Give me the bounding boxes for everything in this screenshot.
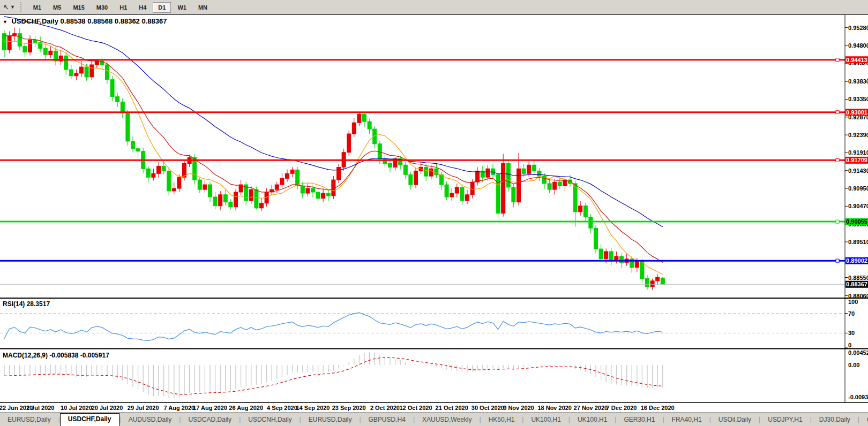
candle <box>95 61 99 65</box>
timeframe-button-MN[interactable]: MN <box>193 2 213 13</box>
svg-text:0.93001: 0.93001 <box>846 109 867 116</box>
candle <box>23 46 27 52</box>
price-axis-label: 0.89510 <box>848 239 868 245</box>
date-axis-label: 26 Aug 2020 <box>229 405 263 411</box>
tab-uk100-h1[interactable]: UK100,H1 <box>570 414 615 425</box>
tab-gbpusd-h4[interactable]: GBPUSD,H4 <box>361 414 413 425</box>
candle <box>275 185 279 189</box>
candle <box>656 277 660 281</box>
date-axis-label: 1 Jul 2020 <box>26 405 55 411</box>
candle <box>146 169 150 177</box>
candle <box>424 167 428 176</box>
candle <box>527 165 531 173</box>
candle <box>162 166 166 171</box>
candle <box>512 187 515 202</box>
tab-uk100-h1[interactable]: UK100,H1 <box>523 414 568 425</box>
candle <box>470 182 474 195</box>
line-anchor-handle[interactable] <box>836 111 839 114</box>
line-anchor-handle[interactable] <box>836 220 839 223</box>
timeframe-button-H1[interactable]: H1 <box>114 2 132 13</box>
candle <box>635 262 639 268</box>
timeframe-button-M1[interactable]: M1 <box>28 2 47 13</box>
rsi-current-value: 28.3517 <box>27 300 50 308</box>
collapse-triangle-icon[interactable]: ▼ <box>3 19 8 25</box>
date-axis-label: 14 Sep 2020 <box>296 405 330 411</box>
top-toolbar: ↖ ▼ M1M5M15M30H1H4D1W1MN <box>0 0 868 14</box>
rsi-axis-label: 30 <box>848 330 855 336</box>
tab-eurusd-daily[interactable]: EURUSD,Daily <box>0 414 58 425</box>
timeframe-button-H4[interactable]: H4 <box>133 2 152 13</box>
tab-ger30-h1[interactable]: GER30,H1 <box>616 414 662 425</box>
macd-indicator-label: MACD(12,26,9) -0.005838 -0.005917 <box>3 352 109 359</box>
price-badge: 0.89002 <box>845 257 868 264</box>
tab-usdchf-daily[interactable]: USDCHF,Daily <box>60 413 119 426</box>
tab-eurusd-daily[interactable]: EURUSD,Daily <box>301 414 360 425</box>
candle <box>121 102 124 113</box>
tab-fra40-h1[interactable]: FRA40,H1 <box>664 414 709 425</box>
price-axis-label: 0.90950 <box>848 185 868 192</box>
date-axis-label: 12 Oct 2020 <box>399 405 432 411</box>
tab-audusd-daily[interactable]: AUDUSD,Daily <box>121 414 179 425</box>
candle <box>640 262 644 279</box>
candle <box>286 173 289 178</box>
line-anchor-handle[interactable] <box>836 259 839 262</box>
candle <box>306 188 310 193</box>
timeframe-button-M15[interactable]: M15 <box>68 2 89 13</box>
tab-usdcad-daily[interactable]: USDCAD,Daily <box>181 414 239 425</box>
candle <box>522 169 526 173</box>
candle <box>64 56 68 70</box>
candle <box>450 193 454 197</box>
candle <box>136 149 140 151</box>
tab-usdcnh-daily[interactable]: USDCNH,Daily <box>241 414 299 425</box>
tab-dj30-daily[interactable]: DJ30,Daily <box>812 414 858 425</box>
candle <box>49 51 53 55</box>
date-axis-label: 27 Nov 2020 <box>574 405 608 411</box>
rsi-axis-label: 0 <box>848 342 851 348</box>
candle <box>403 165 407 174</box>
tab-xauusd-weekly[interactable]: XAUUSD,Weekly <box>415 414 479 425</box>
candle <box>532 165 536 171</box>
candle <box>435 169 438 174</box>
candle <box>517 169 521 202</box>
candle <box>620 256 624 263</box>
candle <box>558 182 562 186</box>
candle <box>368 121 371 129</box>
line-anchor-handle[interactable] <box>836 158 839 162</box>
candle <box>661 278 664 284</box>
timeframe-button-D1[interactable]: D1 <box>153 2 171 13</box>
candle <box>177 177 181 188</box>
tab-usdjpy-h1[interactable]: USDJPY,H1 <box>760 414 810 425</box>
candle <box>198 180 201 189</box>
timeframe-button-W1[interactable]: W1 <box>172 2 192 13</box>
macd-axis-label: 0.004527 <box>848 349 868 356</box>
candle <box>110 80 114 97</box>
candle <box>152 173 155 177</box>
cursor-tool-icon[interactable]: ↖ <box>3 3 9 11</box>
tab-usoil-daily[interactable]: USOil,Daily <box>711 414 759 425</box>
tab-hk50-h1[interactable]: HK50,H1 <box>481 414 522 425</box>
candle <box>650 281 654 287</box>
candle <box>445 185 448 197</box>
candle <box>537 171 541 176</box>
timeframe-button-M5[interactable]: M5 <box>48 2 66 13</box>
candle <box>476 171 480 182</box>
line-anchor-handle[interactable] <box>836 58 839 62</box>
tab-china300-h1[interactable]: CHINA300,H1 <box>859 414 868 425</box>
candle <box>409 174 413 185</box>
candle <box>548 184 551 189</box>
candle <box>229 202 233 207</box>
candle <box>326 193 330 196</box>
candle <box>213 197 217 206</box>
chart-canvas[interactable]: 0.952800.948000.943200.938300.933500.928… <box>0 0 868 426</box>
candle <box>290 170 294 173</box>
candle <box>321 193 325 199</box>
candle <box>43 48 47 55</box>
date-axis-label: 21 Oct 2020 <box>436 405 468 411</box>
macd-axis-label: 0.00 <box>848 362 859 368</box>
toolbar-grip[interactable] <box>20 2 23 12</box>
svg-text:0.90055: 0.90055 <box>846 218 867 225</box>
price-axis-label: 0.94800 <box>848 42 868 49</box>
chevron-down-icon[interactable]: ▼ <box>10 4 15 10</box>
timeframe-button-M30[interactable]: M30 <box>91 2 113 13</box>
candle <box>543 176 547 184</box>
